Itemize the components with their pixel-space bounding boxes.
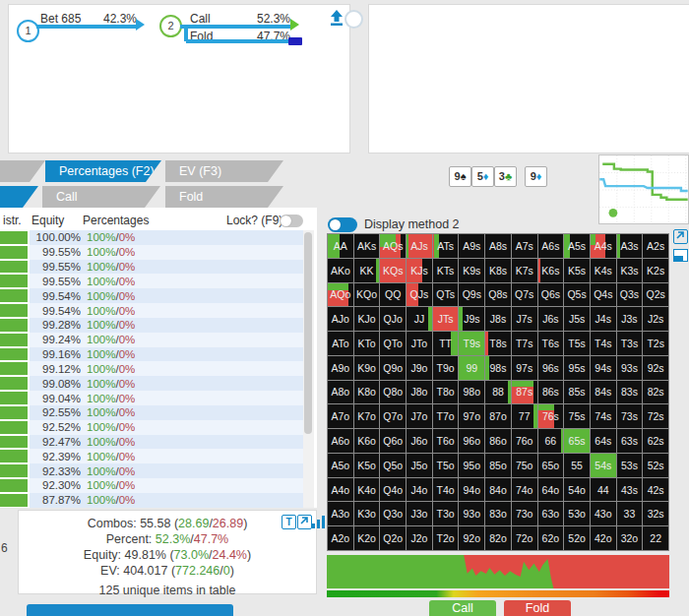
matrix-cell-93o[interactable]: 93o bbox=[459, 502, 484, 525]
matrix-cell-k3o[interactable]: K3o bbox=[354, 502, 380, 525]
matrix-cell-88[interactable]: 88 bbox=[485, 381, 511, 404]
matrix-cell-66[interactable]: 66 bbox=[538, 429, 564, 453]
matrix-cell-76o[interactable]: 76o bbox=[512, 429, 537, 453]
matrix-cell-a9o[interactable]: A9o bbox=[328, 356, 353, 380]
matrix-cell-k2o[interactable]: K2o bbox=[354, 526, 380, 550]
matrix-cell-a3o[interactable]: A3o bbox=[328, 502, 353, 525]
matrix-cell-kjo[interactable]: KJo bbox=[354, 307, 380, 331]
matrix-cell-aa[interactable]: AA bbox=[328, 234, 353, 258]
matrix-cell-ajo[interactable]: AJo bbox=[328, 307, 353, 331]
call-button[interactable]: Call bbox=[429, 600, 496, 616]
matrix-cell-k9o[interactable]: K9o bbox=[354, 356, 380, 380]
matrix-cell-64s[interactable]: 64s bbox=[591, 429, 616, 453]
matrix-cell-a9s[interactable]: A9s bbox=[459, 234, 484, 258]
matrix-cell-53s[interactable]: 53s bbox=[617, 454, 643, 477]
matrix-cell-32o[interactable]: 32o bbox=[617, 526, 643, 550]
matrix-cell-85s[interactable]: 85s bbox=[564, 381, 590, 404]
matrix-cell-tt[interactable]: TT bbox=[433, 332, 459, 355]
table-row[interactable]: 87.87%100%/0% bbox=[0, 493, 303, 508]
matrix-cell-97o[interactable]: 97o bbox=[459, 404, 484, 428]
matrix-cell-j7s[interactable]: J7s bbox=[512, 307, 537, 331]
matrix-cell-j5s[interactable]: J5s bbox=[564, 307, 590, 331]
tree-call-label[interactable]: Call bbox=[190, 12, 211, 26]
matrix-cell-k6o[interactable]: K6o bbox=[354, 429, 380, 453]
bottom-action-button[interactable] bbox=[27, 604, 233, 616]
matrix-cell-98s[interactable]: 98s bbox=[485, 356, 511, 380]
matrix-cell-k7o[interactable]: K7o bbox=[354, 404, 380, 428]
matrix-cell-33[interactable]: 33 bbox=[617, 502, 643, 525]
view-tab-stub[interactable] bbox=[0, 160, 45, 182]
matrix-cell-94o[interactable]: 94o bbox=[459, 478, 484, 502]
matrix-cell-q6o[interactable]: Q6o bbox=[380, 429, 406, 453]
matrix-cell-q8s[interactable]: Q8s bbox=[485, 283, 511, 307]
table-row[interactable]: 92.47%100%/0% bbox=[0, 435, 303, 450]
matrix-cell-j3o[interactable]: J3o bbox=[407, 502, 432, 525]
matrix-cell-22[interactable]: 22 bbox=[643, 526, 668, 550]
matrix-cell-j4s[interactable]: J4s bbox=[591, 307, 616, 331]
matrix-cell-73s[interactable]: 73s bbox=[617, 404, 643, 428]
matrix-cell-94s[interactable]: 94s bbox=[591, 356, 616, 380]
matrix-cell-93s[interactable]: 93s bbox=[617, 356, 643, 380]
matrix-cell-t2s[interactable]: T2s bbox=[643, 332, 668, 355]
table-row[interactable]: 99.55%100%/0% bbox=[0, 274, 303, 288]
matrix-cell-43s[interactable]: 43s bbox=[617, 478, 643, 502]
matrix-cell-77[interactable]: 77 bbox=[512, 404, 537, 428]
matrix-cell-qto[interactable]: QTo bbox=[380, 332, 406, 355]
matrix-cell-92o[interactable]: 92o bbox=[459, 526, 484, 550]
matrix-cell-q7o[interactable]: Q7o bbox=[380, 404, 406, 428]
matrix-cell-a5s[interactable]: A5s bbox=[564, 234, 590, 258]
view-tab-percentages-f2-[interactable]: Percentages (F2) bbox=[45, 160, 161, 182]
matrix-cell-k6s[interactable]: K6s bbox=[538, 259, 564, 282]
bar-chart-icon[interactable] bbox=[312, 516, 326, 528]
matrix-cell-72o[interactable]: 72o bbox=[512, 526, 537, 550]
table-row[interactable]: 99.12%100%/0% bbox=[0, 361, 303, 376]
lock-toggle[interactable] bbox=[280, 215, 303, 227]
matrix-cell-k4o[interactable]: K4o bbox=[354, 478, 380, 502]
matrix-cell-kk[interactable]: KK bbox=[354, 259, 380, 282]
matrix-cell-92s[interactable]: 92s bbox=[643, 356, 668, 380]
matrix-cell-65o[interactable]: 65o bbox=[538, 454, 564, 477]
upload-tree-icon[interactable] bbox=[329, 9, 344, 27]
matrix-cell-74o[interactable]: 74o bbox=[512, 478, 537, 502]
popout-icon[interactable] bbox=[297, 515, 312, 529]
matrix-cell-q4o[interactable]: Q4o bbox=[380, 478, 406, 502]
matrix-cell-q9o[interactable]: Q9o bbox=[380, 356, 406, 380]
action-tab-fold[interactable]: Fold bbox=[165, 186, 283, 208]
table-row[interactable]: 99.24%100%/0% bbox=[0, 333, 303, 347]
matrix-cell-ako[interactable]: AKo bbox=[328, 259, 353, 282]
matrix-cell-55[interactable]: 55 bbox=[564, 454, 590, 477]
matrix-cell-a3s[interactable]: A3s bbox=[617, 234, 643, 258]
matrix-cell-j2s[interactable]: J2s bbox=[643, 307, 668, 331]
matrix-cell-62o[interactable]: 62o bbox=[538, 526, 564, 550]
split-view-icon[interactable] bbox=[673, 249, 688, 262]
matrix-cell-jto[interactable]: JTo bbox=[407, 332, 432, 355]
matrix-cell-44[interactable]: 44 bbox=[591, 478, 616, 502]
matrix-cell-k8s[interactable]: K8s bbox=[485, 259, 511, 282]
table-row[interactable]: 99.55%100%/0% bbox=[0, 245, 303, 260]
matrix-cell-q5s[interactable]: Q5s bbox=[564, 283, 590, 307]
matrix-cell-t8s[interactable]: T8s bbox=[485, 332, 511, 355]
matrix-cell-75s[interactable]: 75s bbox=[564, 404, 590, 428]
matrix-cell-q6s[interactable]: Q6s bbox=[538, 283, 564, 307]
matrix-cell-t5o[interactable]: T5o bbox=[433, 454, 459, 477]
matrix-cell-k3s[interactable]: K3s bbox=[617, 259, 643, 282]
matrix-cell-83s[interactable]: 83s bbox=[617, 381, 643, 404]
matrix-cell-q3s[interactable]: Q3s bbox=[617, 283, 643, 307]
matrix-cell-j8s[interactable]: J8s bbox=[485, 307, 511, 331]
matrix-cell-kjs[interactable]: KJs bbox=[407, 259, 432, 282]
matrix-cell-96s[interactable]: 96s bbox=[538, 356, 564, 380]
matrix-cell-kto[interactable]: KTo bbox=[354, 332, 380, 355]
matrix-cell-t9s[interactable]: T9s bbox=[459, 332, 484, 355]
matrix-cell-53o[interactable]: 53o bbox=[564, 502, 590, 525]
matrix-cell-82s[interactable]: 82s bbox=[643, 381, 668, 404]
display-method-toggle[interactable] bbox=[328, 217, 357, 232]
matrix-cell-42s[interactable]: 42s bbox=[643, 478, 668, 502]
matrix-cell-t6o[interactable]: T6o bbox=[433, 429, 459, 453]
matrix-cell-82o[interactable]: 82o bbox=[485, 526, 511, 550]
collapse-circle-icon[interactable] bbox=[344, 10, 363, 29]
matrix-cell-ajs[interactable]: AJs bbox=[407, 234, 432, 258]
matrix-cell-q8o[interactable]: Q8o bbox=[380, 381, 406, 404]
matrix-cell-t2o[interactable]: T2o bbox=[433, 526, 459, 550]
matrix-cell-kqs[interactable]: KQs bbox=[380, 259, 406, 282]
matrix-cell-76s[interactable]: 76s bbox=[538, 404, 564, 428]
